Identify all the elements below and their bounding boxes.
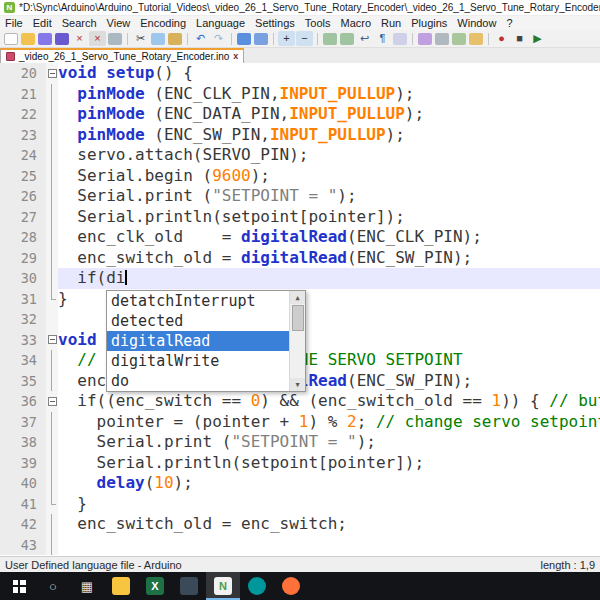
print-icon[interactable]	[108, 33, 122, 45]
autocomplete-item[interactable]: detatchInterrupt	[107, 291, 289, 311]
arduino-icon[interactable]	[240, 572, 274, 600]
fold-margin[interactable]	[46, 289, 58, 310]
code-line[interactable]: 36 if((enc_switch == 0) && (enc_switch_o…	[0, 391, 600, 412]
open-folder-icon[interactable]	[21, 33, 35, 45]
fold-margin[interactable]	[46, 166, 58, 187]
autocomplete-scrollbar[interactable]: ▲ ▼	[289, 291, 305, 391]
tab-close-icon[interactable]: x	[233, 52, 238, 61]
fold-margin[interactable]	[46, 227, 58, 248]
fold-margin[interactable]	[46, 494, 58, 515]
menu-item-file[interactable]: File	[0, 17, 28, 29]
firefox-icon[interactable]	[274, 572, 308, 600]
code-text[interactable]: pointer = (pointer + 1) % 2; // change s…	[58, 412, 600, 433]
fold-margin[interactable]	[46, 391, 58, 412]
code-text[interactable]: enc_switch_old = digitalRead(ENC_SW_PIN)…	[58, 248, 600, 269]
code-text[interactable]: if((enc_switch == 0) && (enc_switch_old …	[58, 391, 600, 412]
code-text[interactable]: Serial.println(setpoint[pointer]);	[58, 207, 600, 228]
code-text[interactable]: pinMode (ENC_DATA_PIN,INPUT_PULLUP);	[58, 104, 600, 125]
function-list-icon[interactable]	[452, 33, 466, 45]
fold-margin[interactable]	[46, 125, 58, 146]
fold-margin[interactable]	[46, 63, 58, 84]
code-text[interactable]: if(di	[58, 268, 600, 289]
user-defined-language-icon[interactable]	[418, 33, 432, 45]
code-line[interactable]: 23 pinMode (ENC_SW_PIN,INPUT_PULLUP);	[0, 125, 600, 146]
fold-margin[interactable]	[46, 412, 58, 433]
excel-icon[interactable]: X	[138, 572, 172, 600]
task-view-icon[interactable]: ▦	[70, 572, 104, 600]
code-text[interactable]	[58, 535, 600, 556]
code-line[interactable]: 25 Serial.begin (9600);	[0, 166, 600, 187]
fold-margin[interactable]	[46, 186, 58, 207]
fold-margin[interactable]	[46, 248, 58, 269]
zoom-in-icon[interactable]: +	[278, 31, 295, 46]
fold-margin[interactable]	[46, 453, 58, 474]
code-line[interactable]: 29 enc_switch_old = digitalRead(ENC_SW_P…	[0, 248, 600, 269]
code-line[interactable]: 42 enc_switch_old = enc_switch;	[0, 514, 600, 535]
redo-icon[interactable]: ↷	[210, 31, 227, 46]
paste-icon[interactable]	[168, 33, 182, 45]
code-line[interactable]: 22 pinMode (ENC_DATA_PIN,INPUT_PULLUP);	[0, 104, 600, 125]
fold-collapse-icon[interactable]	[48, 335, 57, 344]
find-icon[interactable]	[237, 33, 251, 45]
code-line[interactable]: 24 servo.attach(SERVO_PIN);	[0, 145, 600, 166]
code-text[interactable]: }	[58, 494, 600, 515]
menu-item-encoding[interactable]: Encoding	[135, 17, 191, 29]
fold-margin[interactable]	[46, 104, 58, 125]
fold-margin[interactable]	[46, 84, 58, 105]
save-all-icon[interactable]	[55, 33, 69, 45]
fold-collapse-icon[interactable]	[48, 69, 57, 78]
code-line[interactable]: 26 Serial.print ("SETPOINT = ");	[0, 186, 600, 207]
replace-icon[interactable]	[254, 33, 268, 45]
close-all-docs-icon[interactable]: ×	[89, 31, 106, 46]
code-line[interactable]: 21 pinMode (ENC_CLK_PIN,INPUT_PULLUP);	[0, 84, 600, 105]
play-macro-icon[interactable]: ▶	[529, 31, 546, 46]
save-icon[interactable]	[38, 33, 52, 45]
app-dark-icon[interactable]	[172, 572, 206, 600]
menu-item-language[interactable]: Language	[191, 17, 250, 29]
fold-margin[interactable]	[46, 268, 58, 289]
fold-margin[interactable]	[46, 432, 58, 453]
code-text[interactable]: servo.attach(SERVO_PIN);	[58, 145, 600, 166]
word-wrap-icon[interactable]: ↩	[356, 31, 373, 46]
indent-guide-icon[interactable]	[393, 33, 407, 45]
doc-map-icon[interactable]	[435, 33, 449, 45]
undo-icon[interactable]: ↶	[192, 31, 209, 46]
fold-collapse-icon[interactable]	[48, 397, 57, 406]
menu-item-window[interactable]: Window	[452, 17, 501, 29]
code-line[interactable]: 30 if(di	[0, 268, 600, 289]
code-text[interactable]: pinMode (ENC_SW_PIN,INPUT_PULLUP);	[58, 125, 600, 146]
scroll-up-icon[interactable]: ▲	[290, 291, 305, 304]
new-file-icon[interactable]	[4, 33, 18, 45]
scroll-down-icon[interactable]: ▼	[290, 378, 305, 391]
code-line[interactable]: 41 }	[0, 494, 600, 515]
fold-margin[interactable]	[46, 350, 58, 371]
code-line[interactable]: 28 enc_clk_old = digitalRead(ENC_CLK_PIN…	[0, 227, 600, 248]
code-line[interactable]: 38 Serial.print ("SETPOINT = ");	[0, 432, 600, 453]
code-line[interactable]: 39 Serial.println(setpoint[pointer]);	[0, 453, 600, 474]
code-text[interactable]: Serial.begin (9600);	[58, 166, 600, 187]
fold-margin[interactable]	[46, 371, 58, 392]
menu-item-tools[interactable]: Tools	[300, 17, 336, 29]
code-text[interactable]: Serial.print ("SETPOINT = ");	[58, 186, 600, 207]
menu-item-run[interactable]: Run	[376, 17, 406, 29]
menu-item-plugins[interactable]: Plugins	[406, 17, 452, 29]
autocomplete-item[interactable]: do	[107, 371, 289, 391]
scroll-thumb[interactable]	[292, 305, 304, 331]
menu-item-macro[interactable]: Macro	[335, 17, 376, 29]
fold-margin[interactable]	[46, 207, 58, 228]
start-button[interactable]	[2, 572, 36, 600]
zoom-out-icon[interactable]: −	[296, 31, 313, 46]
menu-item-help[interactable]: ?	[501, 17, 517, 29]
copy-icon[interactable]	[151, 33, 165, 45]
code-line[interactable]: 37 pointer = (pointer + 1) % 2; // chang…	[0, 412, 600, 433]
cut-icon[interactable]: ✂	[132, 31, 149, 46]
menu-item-view[interactable]: View	[102, 17, 136, 29]
menu-item-settings[interactable]: Settings	[250, 17, 300, 29]
stop-macro-icon[interactable]: ■	[511, 31, 528, 46]
tab-active-document[interactable]: _video_26_1_Servo_Tune_Rotary_Encoder.in…	[0, 48, 244, 63]
menu-item-edit[interactable]: Edit	[28, 17, 57, 29]
code-text[interactable]: enc_switch_old = enc_switch;	[58, 514, 600, 535]
code-text[interactable]: Serial.print ("SETPOINT = ");	[58, 432, 600, 453]
folder-workspace-icon[interactable]	[469, 33, 483, 45]
fold-margin[interactable]	[46, 473, 58, 494]
